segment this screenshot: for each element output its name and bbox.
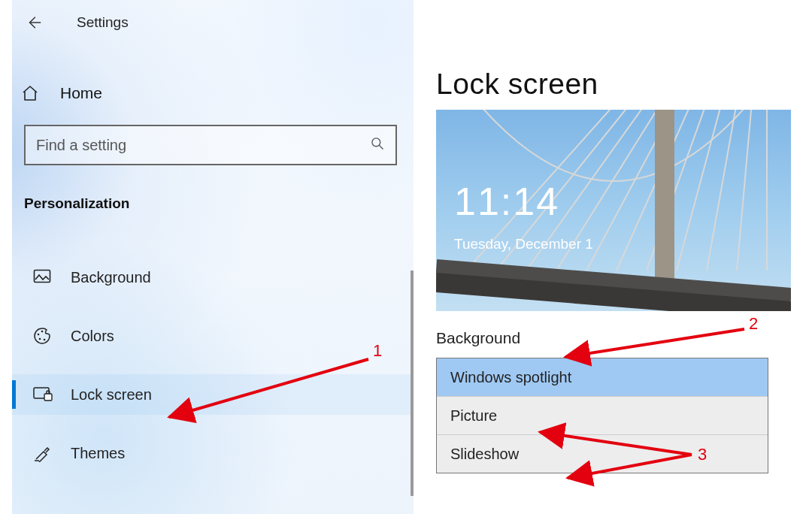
- svg-line-13: [707, 110, 737, 271]
- svg-point-5: [41, 331, 44, 333]
- sidebar-category-label: Personalization: [24, 195, 414, 212]
- sidebar-item-background[interactable]: Background: [12, 257, 414, 298]
- option-label: Slideshow: [450, 446, 519, 463]
- sidebar-item-label: Themes: [71, 445, 125, 462]
- svg-rect-7: [44, 394, 52, 401]
- palette-icon: [33, 327, 54, 345]
- option-label: Windows spotlight: [450, 369, 571, 386]
- preview-date: Tuesday, December 1: [454, 236, 593, 252]
- sidebar-item-themes[interactable]: Themes: [12, 433, 414, 473]
- sidebar-item-label: Colors: [71, 328, 114, 345]
- lock-screen-preview: 11:14 Tuesday, December 1: [436, 110, 791, 311]
- svg-line-12: [677, 110, 722, 271]
- scrollbar[interactable]: [411, 271, 414, 496]
- themes-icon: [33, 444, 54, 462]
- sidebar-item-lock-screen[interactable]: Lock screen: [12, 374, 414, 415]
- arrow-left-icon: [26, 14, 42, 31]
- sidebar-item-colors[interactable]: Colors: [12, 316, 414, 356]
- home-label: Home: [60, 84, 102, 102]
- lock-screen-icon: [33, 386, 54, 403]
- svg-line-10: [617, 110, 692, 271]
- sidebar-item-label: Lock screen: [71, 386, 152, 404]
- option-picture[interactable]: Picture: [437, 396, 768, 434]
- option-slideshow[interactable]: Slideshow: [437, 434, 768, 473]
- option-windows-spotlight[interactable]: Windows spotlight: [437, 358, 768, 396]
- home-icon: [21, 84, 42, 102]
- main-content: Lock screen 11:14 Tue: [436, 68, 797, 473]
- picture-icon: [33, 269, 54, 286]
- background-dropdown[interactable]: Windows spotlight Picture Slideshow: [436, 358, 768, 473]
- search-input[interactable]: Find a setting: [24, 125, 397, 165]
- titlebar: Settings: [12, 0, 414, 45]
- page-title: Lock screen: [436, 68, 797, 101]
- preview-time: 11:14: [454, 179, 559, 224]
- sidebar-item-home[interactable]: Home: [21, 78, 414, 108]
- svg-point-4: [44, 339, 46, 341]
- sidebar-list: Background Colors Lock screen: [12, 257, 414, 473]
- svg-rect-1: [35, 271, 50, 283]
- settings-sidebar: Settings Home Find a setting Personaliza…: [12, 0, 414, 514]
- back-button[interactable]: [21, 10, 47, 35]
- svg-point-3: [39, 338, 41, 340]
- svg-line-14: [737, 110, 752, 271]
- background-section-label: Background: [436, 329, 797, 347]
- search-placeholder: Find a setting: [36, 137, 370, 154]
- app-title: Settings: [77, 14, 129, 31]
- sidebar-item-label: Background: [71, 269, 151, 286]
- svg-point-0: [372, 138, 380, 147]
- option-label: Picture: [450, 407, 497, 425]
- svg-point-2: [38, 334, 40, 336]
- search-icon: [370, 136, 385, 154]
